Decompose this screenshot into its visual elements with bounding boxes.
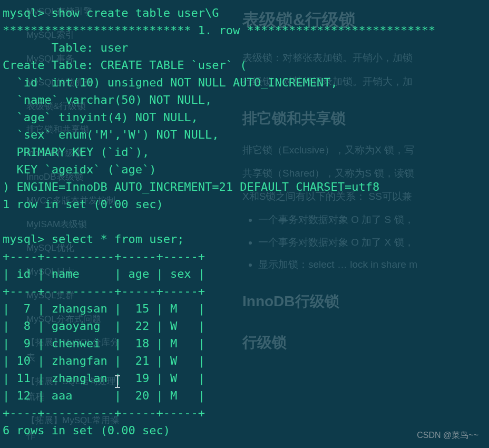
terminal-line: 6 rows in set (0.00 sec): [3, 424, 170, 437]
terminal-line: *************************** 1. row *****…: [3, 24, 435, 37]
terminal-line: `id` int(10) unsigned NOT NULL AUTO_INCR…: [3, 76, 338, 89]
table-row: | 12 | aaa | 20 | M |: [3, 389, 205, 402]
table-separator: +----+----------+-----+-----+: [3, 250, 205, 263]
terminal-line: 1 row in set (0.00 sec): [3, 198, 163, 211]
table-row: | 8 | gaoyang | 22 | W |: [3, 319, 205, 333]
terminal-line: Table: user: [3, 41, 128, 54]
text-cursor-icon: [117, 375, 118, 388]
mysql-terminal[interactable]: mysql> show create table user\G ********…: [3, 4, 487, 439]
terminal-line: mysql> show create table user\G: [3, 6, 219, 20]
table-row: | 9 | chenwei | 18 | M |: [3, 337, 205, 350]
table-separator: +----+----------+-----+-----+: [3, 285, 205, 298]
watermark: CSDN @菜鸟~~: [417, 429, 478, 442]
terminal-line: PRIMARY KEY (`id`),: [3, 145, 149, 159]
terminal-line: ) ENGINE=InnoDB AUTO_INCREMENT=21 DEFAUL…: [3, 180, 379, 193]
table-header: | id | name | age | sex |: [3, 267, 205, 280]
terminal-line: Create Table: CREATE TABLE `user` (: [3, 59, 247, 72]
terminal-line: `sex` enum('M','W') NOT NULL,: [3, 128, 219, 141]
table-row: | 10 | zhangfan | 21 | W |: [3, 354, 205, 367]
terminal-line: `age` tinyint(4) NOT NULL,: [3, 111, 198, 124]
terminal-line: `name` varchar(50) NOT NULL,: [3, 93, 212, 106]
table-row: | 11 | zhanglan | 19 | W |: [3, 372, 205, 385]
terminal-line: KEY `ageidx` (`age`): [3, 163, 156, 176]
terminal-line: mysql> select * from user;: [3, 232, 184, 246]
table-row: | 7 | zhangsan | 15 | M |: [3, 302, 205, 315]
table-separator: +----+----------+-----+-----+: [3, 406, 205, 420]
